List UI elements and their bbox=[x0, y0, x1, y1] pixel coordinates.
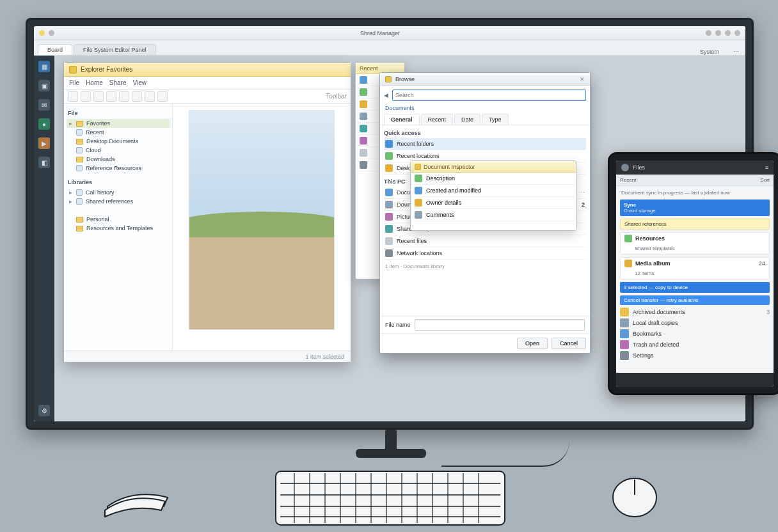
subhead-left[interactable]: Recent bbox=[620, 177, 636, 183]
open-button[interactable]: Open bbox=[517, 338, 548, 349]
tablet-card[interactable]: Resources Shared templates bbox=[620, 232, 770, 254]
taskbar-browser-icon[interactable]: ● bbox=[38, 118, 50, 130]
tablet-title: Files bbox=[633, 164, 645, 171]
list-row[interactable]: Recent files bbox=[384, 235, 586, 247]
folder-icon bbox=[76, 139, 83, 145]
toolbar-back-icon[interactable] bbox=[68, 91, 78, 102]
toolbar-up-icon[interactable] bbox=[93, 91, 104, 102]
menu-icon[interactable]: ≡ bbox=[765, 164, 768, 171]
subhead-right[interactable]: Sort bbox=[760, 177, 770, 183]
filename-label: File name bbox=[385, 322, 411, 328]
inspector-panel: Document Inspector Description Created a… bbox=[410, 160, 576, 231]
tree-item[interactable]: Cloud bbox=[67, 146, 170, 155]
list-row[interactable]: Network locations bbox=[384, 247, 586, 260]
tree-favorites-header[interactable]: ▸ Favorites bbox=[67, 119, 170, 128]
network-icon[interactable] bbox=[715, 30, 721, 36]
avatar-icon[interactable] bbox=[621, 164, 629, 171]
tab-file-editor[interactable]: File System Editor Panel bbox=[74, 44, 156, 55]
tablet-screen: Files ≡ Recent Sort Document sync in pro… bbox=[616, 160, 774, 387]
tab-date[interactable]: Date bbox=[454, 114, 480, 125]
dialog-address[interactable]: Documents bbox=[380, 105, 590, 114]
clock-icon[interactable] bbox=[734, 30, 740, 36]
inspector-header[interactable]: Document Inspector bbox=[411, 161, 576, 173]
tablet-highlight-row[interactable]: Shared references bbox=[620, 219, 770, 230]
tree-item[interactable]: Personal bbox=[67, 215, 170, 224]
tablet-selected-card[interactable]: Sync Cloud storage bbox=[620, 199, 770, 216]
dialog-footer-text: 1 item · Documents library bbox=[384, 260, 586, 273]
taskbar-files-icon[interactable]: ▣ bbox=[38, 80, 50, 91]
menu-file[interactable]: File bbox=[69, 79, 79, 86]
panel-row[interactable]: Owner details bbox=[411, 197, 576, 209]
system-tray-icon[interactable] bbox=[706, 30, 711, 36]
list-row-label: Network locations bbox=[397, 250, 442, 256]
close-icon[interactable]: ✕ bbox=[580, 76, 585, 82]
cancel-button[interactable]: Cancel bbox=[552, 338, 586, 349]
tab-board[interactable]: Board bbox=[38, 44, 72, 55]
tablet-subheader: Recent Sort bbox=[616, 175, 774, 186]
tree-item[interactable]: Downloads bbox=[67, 155, 170, 164]
os-titlebar: Shred Manager bbox=[34, 26, 745, 40]
panel-row[interactable]: Created and modified bbox=[411, 185, 576, 197]
toolbar-paste-icon[interactable] bbox=[132, 91, 142, 102]
taskbar-settings-icon[interactable]: ⚙ bbox=[38, 405, 50, 416]
status-text: 1 item selected bbox=[305, 354, 344, 360]
os-title: Shred Manager bbox=[60, 30, 701, 36]
toolbar-cut-icon[interactable] bbox=[145, 91, 155, 102]
taskbar-item-icon[interactable]: ◧ bbox=[38, 157, 50, 168]
dialog-titlebar[interactable]: Browse ✕ bbox=[380, 73, 590, 86]
back-icon[interactable]: ◀ bbox=[384, 92, 388, 98]
tree-item[interactable]: Reference Resources bbox=[67, 164, 170, 173]
taskbar-apps-icon[interactable]: ▦ bbox=[38, 61, 50, 72]
explorer-titlebar[interactable]: Explorer Favorites bbox=[64, 63, 351, 77]
menu-view[interactable]: View bbox=[133, 79, 147, 86]
explorer-title: Explorer Favorites bbox=[81, 66, 132, 73]
tree-item[interactable]: ▸Shared references bbox=[67, 197, 170, 206]
list-row[interactable]: Recent folders bbox=[384, 138, 586, 150]
card-title: Media album bbox=[635, 260, 671, 267]
count-badge: 3 bbox=[766, 309, 770, 315]
tree-item[interactable]: Recent bbox=[67, 128, 170, 137]
toolbar-refresh-icon[interactable] bbox=[106, 91, 116, 102]
menu-home[interactable]: Home bbox=[86, 79, 103, 86]
taskbar-media-icon[interactable]: ▶ bbox=[38, 137, 50, 149]
tree-item[interactable]: Desktop Documents bbox=[67, 137, 170, 146]
tree-item-label: Reference Resources bbox=[86, 165, 141, 171]
tab-recent[interactable]: Recent bbox=[421, 114, 454, 125]
folder-icon bbox=[385, 225, 393, 233]
dialog-title: Browse bbox=[395, 76, 415, 82]
tablet-action-row[interactable]: Cancel transfer — retry available bbox=[620, 295, 770, 305]
panel-row[interactable]: Description bbox=[411, 173, 576, 185]
list-item-label: Archived documents bbox=[633, 309, 685, 315]
taskbar-mail-icon[interactable]: ✉ bbox=[38, 99, 50, 111]
menu-share[interactable]: Share bbox=[109, 79, 127, 86]
tree-item[interactable]: ▸Call history bbox=[67, 188, 170, 197]
tablet-device: Files ≡ Recent Sort Document sync in pro… bbox=[608, 152, 778, 395]
square-icon bbox=[360, 76, 367, 84]
tab-type[interactable]: Type bbox=[482, 114, 509, 125]
panel-row[interactable]: Comments bbox=[411, 209, 576, 221]
tablet-list-item[interactable]: Bookmarks bbox=[620, 329, 770, 338]
bookmark-icon bbox=[620, 329, 629, 338]
toolbar-delete-icon[interactable] bbox=[157, 91, 168, 102]
cable bbox=[441, 441, 569, 467]
filename-input[interactable] bbox=[415, 319, 585, 331]
tablet-card[interactable]: Media album24 12 items bbox=[620, 257, 770, 279]
toolbar-copy-icon[interactable] bbox=[119, 91, 129, 102]
tablet-list-item[interactable]: Settings bbox=[620, 351, 770, 360]
tab-general[interactable]: General bbox=[384, 114, 420, 125]
tablet-action-row[interactable]: 3 selected — copy to device bbox=[620, 282, 770, 293]
toolbar-forward-icon[interactable] bbox=[81, 91, 91, 102]
tablet-list-item[interactable]: Trash and deleted bbox=[620, 340, 770, 349]
tablet-list-item[interactable]: Archived documents3 bbox=[620, 308, 770, 317]
trash-icon bbox=[620, 340, 629, 349]
tablet-list-item[interactable]: Local draft copies bbox=[620, 318, 770, 327]
window-restore-icon[interactable] bbox=[49, 30, 54, 36]
square-icon bbox=[360, 137, 367, 145]
tabbar-system-label[interactable]: System bbox=[694, 49, 726, 55]
volume-icon[interactable] bbox=[725, 30, 731, 36]
window-minimize-icon[interactable] bbox=[39, 30, 45, 36]
tree-item[interactable]: Resources and Templates bbox=[67, 224, 170, 233]
panel-row-label: Description bbox=[426, 175, 455, 182]
search-input[interactable] bbox=[392, 90, 586, 101]
explorer-tree: File ▸ Favorites Recent Desktop Document… bbox=[64, 104, 173, 350]
